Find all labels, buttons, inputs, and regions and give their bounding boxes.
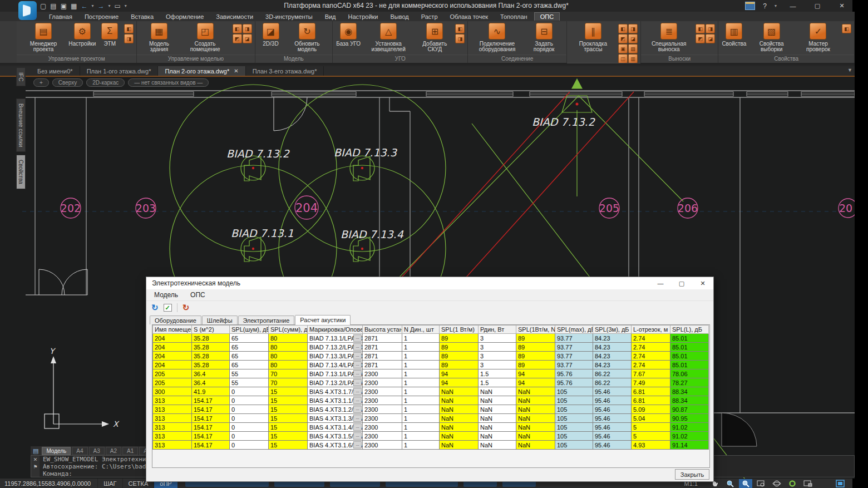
- cell[interactable]: 95.46: [593, 423, 632, 432]
- cell[interactable]: NaN: [479, 387, 516, 396]
- cell[interactable]: 80: [269, 334, 308, 343]
- cell[interactable]: 80: [269, 352, 308, 361]
- cell[interactable]: NaN: [440, 387, 479, 396]
- cell[interactable]: 94: [516, 369, 555, 378]
- ribbon-tab-вывод[interactable]: Вывод: [384, 13, 414, 21]
- cell[interactable]: 7.49: [632, 378, 670, 387]
- cell[interactable]: NaN: [440, 432, 479, 441]
- cell[interactable]: 1: [402, 361, 440, 369]
- cell[interactable]: BIAD 7.13.4/LPA-3C [П...: [308, 361, 363, 369]
- cell[interactable]: 5: [632, 432, 670, 441]
- cell[interactable]: 1: [402, 432, 440, 441]
- cell[interactable]: 204: [153, 352, 192, 361]
- cell-more-button[interactable]: ...: [353, 379, 362, 386]
- ribbon-button-refresh-model[interactable]: ↻Обновить модель: [285, 23, 329, 52]
- cell[interactable]: 85.01: [670, 361, 709, 369]
- zoom-box-icon[interactable]: [739, 479, 752, 488]
- cell[interactable]: 84.23: [593, 352, 632, 361]
- cell[interactable]: 36.4: [192, 369, 230, 378]
- cell[interactable]: 313: [153, 432, 192, 441]
- ribbon-tab-зависимости[interactable]: Зависимости: [210, 13, 259, 21]
- save-as-icon[interactable]: ▦: [71, 2, 77, 10]
- cell[interactable]: 41.9: [192, 387, 230, 396]
- cell[interactable]: 78.27: [670, 378, 709, 387]
- cell[interactable]: 2300: [363, 378, 402, 387]
- table-row[interactable]: 20435.286580BIAD 7.13.4/LPA-3C [П...2871…: [153, 361, 709, 369]
- dialog-maximize-button[interactable]: ▢: [671, 277, 692, 289]
- cell[interactable]: 2300: [363, 387, 402, 396]
- cell[interactable]: 80: [269, 343, 308, 352]
- dialog-tab-2[interactable]: Электропитание: [238, 316, 295, 324]
- cell[interactable]: 88.34: [670, 396, 709, 405]
- cell[interactable]: NaN: [479, 441, 516, 450]
- ribbon-button-project-manager[interactable]: ▤Менеджер проекта: [20, 23, 67, 52]
- cell[interactable]: 1: [402, 405, 440, 414]
- cell[interactable]: BIAS 4.XT3.1.4/МАЯК...: [308, 423, 363, 432]
- cell[interactable]: 95.46: [593, 396, 632, 405]
- cell[interactable]: 0: [230, 405, 269, 414]
- layout-tab-A1[interactable]: A1: [122, 447, 138, 455]
- trace-level-icon[interactable]: ▥: [628, 54, 638, 63]
- maximize-button[interactable]: ▢: [809, 0, 826, 12]
- save-icon[interactable]: ▣: [61, 2, 67, 10]
- cell[interactable]: 95.46: [593, 432, 632, 441]
- ugo-card-icon[interactable]: ◧: [455, 24, 465, 33]
- table-row[interactable]: 313154.17015BIAS 4.XT3.1.3/МАЯК...23001N…: [153, 414, 709, 423]
- cell[interactable]: 313: [153, 423, 192, 432]
- cell[interactable]: 2300: [363, 405, 402, 414]
- ribbon-tab-3d-инструменты[interactable]: 3D-инструменты: [260, 13, 318, 21]
- print-icon[interactable]: ▭: [114, 2, 120, 10]
- cell[interactable]: 95.46: [593, 441, 632, 450]
- cell[interactable]: 154.17: [192, 441, 230, 450]
- db-import-icon[interactable]: ◨: [124, 34, 134, 43]
- cell[interactable]: 1: [402, 352, 440, 361]
- cell[interactable]: 88.34: [670, 387, 709, 396]
- cell[interactable]: BIAD 7.13.1/LPA-3C [П...: [308, 334, 363, 343]
- cell[interactable]: 89: [440, 343, 479, 352]
- ribbon-tab-облака точек[interactable]: Облака точек: [445, 13, 494, 21]
- cell[interactable]: 6.81: [632, 387, 670, 396]
- cell[interactable]: BIAD 7.13.2/LPA-3C [П...: [308, 343, 363, 352]
- column-header[interactable]: Высота устано: [363, 326, 402, 334]
- cell[interactable]: 5.09: [632, 405, 670, 414]
- help-dropdown-icon[interactable]: ▾: [775, 3, 777, 8]
- customize-dropdown-icon[interactable]: ▾: [125, 2, 127, 10]
- cell[interactable]: NaN: [479, 423, 516, 432]
- cell[interactable]: BIAS 4.XT3.1.7/МАЯК...: [308, 387, 363, 396]
- minimize-button[interactable]: —: [785, 0, 801, 12]
- table-row[interactable]: 20435.286580BIAD 7.13.1/LPA-3C [П...2871…: [153, 334, 709, 343]
- cell[interactable]: 105: [555, 423, 593, 432]
- cell[interactable]: 35.28: [192, 343, 230, 352]
- cell[interactable]: 95.46: [593, 387, 632, 396]
- cell[interactable]: 7.67: [632, 369, 670, 378]
- cell[interactable]: 0: [230, 396, 269, 405]
- cell[interactable]: 91.14: [670, 441, 709, 450]
- cell[interactable]: 2871: [363, 352, 402, 361]
- cell[interactable]: 313: [153, 414, 192, 423]
- column-header[interactable]: L-отрезок, м: [632, 326, 670, 334]
- cell[interactable]: 85.01: [670, 343, 709, 352]
- column-header[interactable]: SPL(сумм), дБ: [269, 326, 308, 334]
- cell[interactable]: 204: [153, 334, 192, 343]
- ribbon-button-create-room[interactable]: ◰Создать помещение: [180, 23, 230, 52]
- new-file-icon[interactable]: ▢: [40, 2, 46, 10]
- layout-tab-A4[interactable]: A4: [72, 447, 87, 455]
- cell-more-button[interactable]: ...: [353, 370, 362, 377]
- table-row[interactable]: 313154.17015BIAS 4.XT3.1.1/МАЯК...23001N…: [153, 396, 709, 405]
- close-dialog-button[interactable]: Закрыть: [675, 469, 709, 480]
- dialog-tab-1[interactable]: Шлейфы: [202, 316, 238, 324]
- ribbon-button-connect-equipment[interactable]: ∿Подключение оборудования: [471, 23, 522, 52]
- cell[interactable]: 3: [479, 334, 516, 343]
- ribbon-tab-опс[interactable]: ОПС: [534, 12, 560, 21]
- ugo-tools-icon[interactable]: ◨: [455, 34, 465, 43]
- cell[interactable]: 55: [230, 369, 269, 378]
- cell[interactable]: NaN: [516, 405, 555, 414]
- trace-point-icon[interactable]: ◪: [628, 34, 638, 43]
- table-row[interactable]: 313154.17015BIAS 4.XT3.1.5/МАЯК...23001N…: [153, 432, 709, 441]
- close-button[interactable]: ✕: [834, 0, 850, 12]
- close-panel-icon[interactable]: ✕: [33, 457, 38, 462]
- cell[interactable]: 70: [269, 369, 308, 378]
- ribbon-button-detector-install[interactable]: △Установка извещателей: [363, 23, 414, 52]
- cell[interactable]: NaN: [516, 414, 555, 423]
- cell-more-button[interactable]: ...: [353, 352, 362, 359]
